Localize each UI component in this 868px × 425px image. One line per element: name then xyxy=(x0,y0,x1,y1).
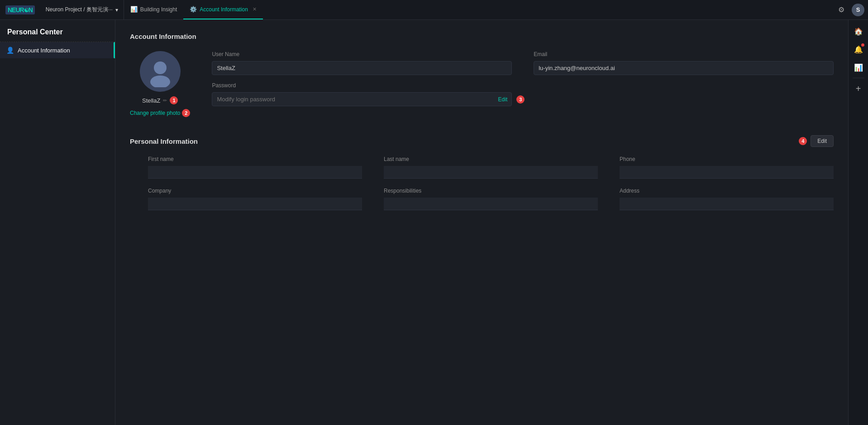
email-field-group: Email xyxy=(534,51,834,106)
change-photo-button[interactable]: Change profile photo 2 xyxy=(130,109,190,117)
edit-username-icon[interactable]: ✏ xyxy=(163,98,167,104)
content-area: Account Information StellaZ ✏ 1 Change p… xyxy=(115,20,848,425)
last-name-label: Last name xyxy=(384,156,598,162)
badge-1: 1 xyxy=(170,96,178,104)
username-input[interactable] xyxy=(212,61,512,75)
sidebar: Personal Center 👤 Account Information xyxy=(0,20,115,425)
last-name-input[interactable] xyxy=(384,166,598,179)
account-section-title: Account Information xyxy=(130,33,834,40)
company-label: Company xyxy=(148,188,362,194)
display-username: StellaZ xyxy=(142,97,160,104)
sidebar-item-account-information[interactable]: 👤 Account Information xyxy=(0,42,115,58)
tab-account-information[interactable]: ⚙️ Account Information ✕ xyxy=(183,0,263,19)
tab-account-information-label: Account Information xyxy=(200,6,248,13)
username-label: User Name xyxy=(212,51,512,57)
tab-close-icon[interactable]: ✕ xyxy=(253,6,257,12)
address-label: Address xyxy=(620,188,834,194)
change-photo-label: Change profile photo xyxy=(130,110,180,116)
right-add-icon[interactable]: + xyxy=(851,81,866,96)
right-bell-icon[interactable]: 🔔 xyxy=(851,42,866,57)
account-icon: 👤 xyxy=(6,47,14,54)
svg-point-0 xyxy=(154,61,167,74)
tabs-area: 📊 Building Insight ⚙️ Account Informatio… xyxy=(124,0,835,19)
address-input[interactable] xyxy=(620,198,834,210)
right-home-icon[interactable]: 🏠 xyxy=(851,24,866,39)
tab-building-insight-label: Building Insight xyxy=(140,6,177,13)
notification-dot xyxy=(861,43,864,47)
fields-area: User Name Password Edit 3 xyxy=(212,51,834,106)
svg-point-1 xyxy=(150,76,170,87)
project-selector[interactable]: Neuron Project / 奥智元演··· ▾ xyxy=(40,0,124,19)
avatar-svg xyxy=(144,56,176,87)
username-field-group: User Name xyxy=(212,51,512,75)
profile-avatar xyxy=(140,51,181,92)
settings-icon-button[interactable]: ⚙ xyxy=(835,3,848,17)
sidebar-title: Personal Center xyxy=(0,20,115,42)
badge-2: 2 xyxy=(182,109,190,117)
phone-group: Phone xyxy=(620,156,834,179)
phone-label: Phone xyxy=(620,156,834,162)
last-name-group: Last name xyxy=(384,156,598,179)
responsibilities-input[interactable] xyxy=(384,198,598,210)
address-group: Address xyxy=(620,188,834,210)
password-label: Password xyxy=(212,82,512,89)
right-sidebar-divider xyxy=(853,78,864,78)
topbar-right: ⚙ S xyxy=(835,0,868,19)
responsibilities-label: Responsibilities xyxy=(384,188,598,194)
email-input[interactable] xyxy=(534,61,834,75)
right-sidebar: 🏠 🔔 📊 + xyxy=(848,20,868,425)
sidebar-item-label: Account Information xyxy=(18,47,70,54)
app-logo: NEUR☯N xyxy=(0,0,40,19)
main-layout: Personal Center 👤 Account Information Ac… xyxy=(0,20,868,425)
left-fields: User Name Password Edit 3 xyxy=(212,51,512,106)
password-input[interactable] xyxy=(212,92,512,106)
tab-building-insight[interactable]: 📊 Building Insight xyxy=(124,0,183,19)
account-info-tab-icon: ⚙️ xyxy=(190,6,197,13)
phone-input[interactable] xyxy=(620,166,834,179)
personal-info-grid: First name Last name Phone Company xyxy=(130,156,834,210)
logo-text: NEUR☯N xyxy=(5,5,35,14)
chevron-down-icon: ▾ xyxy=(115,7,118,13)
avatar[interactable]: S xyxy=(852,4,864,16)
badge-4: 4 xyxy=(799,137,807,145)
first-name-group: First name xyxy=(148,156,362,179)
responsibilities-group: Responsibilities xyxy=(384,188,598,210)
email-label: Email xyxy=(534,51,834,57)
topbar: NEUR☯N Neuron Project / 奥智元演··· ▾ 📊 Buil… xyxy=(0,0,868,20)
edit-personal-button[interactable]: Edit xyxy=(811,135,834,147)
building-insight-icon: 📊 xyxy=(130,6,138,13)
right-chart-icon[interactable]: 📊 xyxy=(851,60,866,75)
project-label: Neuron Project / 奥智元演··· xyxy=(46,6,113,14)
first-name-input[interactable] xyxy=(148,166,362,179)
password-field-group: Password Edit 3 xyxy=(212,82,512,106)
avatar-area: StellaZ ✏ 1 Change profile photo 2 xyxy=(130,51,190,117)
edit-password-link[interactable]: Edit xyxy=(498,96,508,103)
personal-info-header: Personal Information 4 Edit xyxy=(130,135,834,147)
first-name-label: First name xyxy=(148,156,362,162)
account-info-grid: StellaZ ✏ 1 Change profile photo 2 User … xyxy=(130,51,834,117)
edit-area: 4 Edit xyxy=(799,135,834,147)
badge-3: 3 xyxy=(516,95,525,104)
company-group: Company xyxy=(148,188,362,210)
personal-section-title: Personal Information xyxy=(130,137,198,145)
username-row: StellaZ ✏ 1 xyxy=(142,96,178,104)
password-wrapper: Edit 3 xyxy=(212,92,512,106)
company-input[interactable] xyxy=(148,198,362,210)
personal-info-section: Personal Information 4 Edit First name L… xyxy=(130,135,834,210)
right-fields: Email xyxy=(534,51,834,106)
